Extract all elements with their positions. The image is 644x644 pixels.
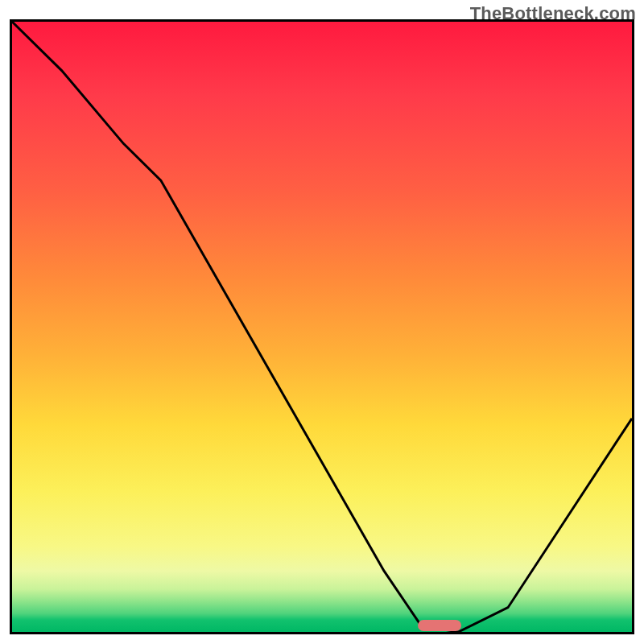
bottleneck-curve xyxy=(12,22,632,632)
plot-area xyxy=(10,19,634,634)
curve-path xyxy=(12,22,632,632)
optimal-range-marker xyxy=(418,620,461,631)
watermark-text: TheBottleneck.com xyxy=(470,3,636,24)
bottleneck-chart: TheBottleneck.com xyxy=(0,0,644,644)
